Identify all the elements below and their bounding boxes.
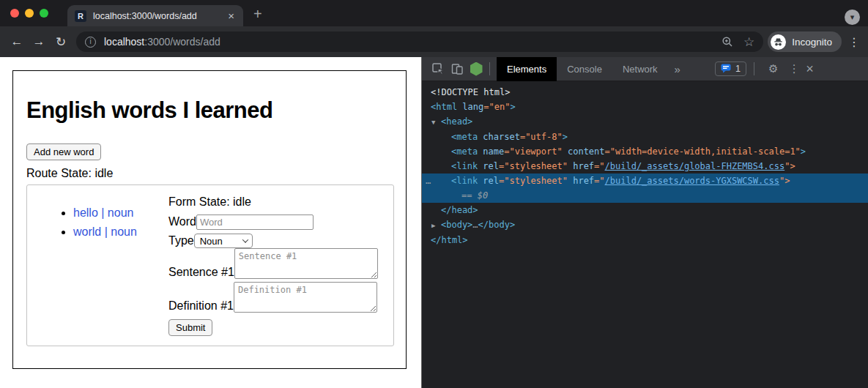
dom-tree-node[interactable]: </html> (422, 233, 868, 247)
window-minimize-button[interactable] (25, 9, 34, 18)
more-tabs-icon[interactable]: » (668, 57, 687, 81)
dom-tree-node[interactable]: <meta charset="utf-8"> (422, 130, 868, 144)
form-state-text: Form State: idle (168, 195, 385, 209)
devtools-close-icon[interactable]: × (806, 61, 814, 77)
words-panel: hello | nounworld | noun Form State: idl… (26, 184, 394, 346)
window-close-button[interactable] (10, 9, 19, 18)
app-container: English words I learned Add new word Rou… (12, 70, 407, 369)
window-controls (10, 9, 48, 18)
devtools-tab-network[interactable]: Network (612, 57, 668, 81)
dom-tree-node[interactable]: <html lang="en"> (422, 100, 868, 114)
extension-hexagon-icon[interactable] (467, 59, 486, 78)
new-tab-button[interactable]: + (253, 5, 262, 23)
dom-tree-node[interactable]: </head> (422, 203, 868, 217)
word-link[interactable]: hello | noun (73, 206, 133, 219)
tab-close-icon[interactable]: × (226, 10, 236, 21)
remix-favicon-icon: R (75, 10, 86, 22)
incognito-label: Incognito (792, 37, 832, 48)
word-list: hello | nounworld | noun (27, 204, 168, 242)
forward-button[interactable]: → (28, 34, 50, 49)
dom-tree-node[interactable]: ▶<body>…</body> (422, 217, 868, 233)
incognito-icon (771, 34, 786, 50)
expand-arrow-icon[interactable]: ▼ (431, 115, 441, 130)
dom-tree-node[interactable]: <!DOCTYPE html> (422, 85, 868, 100)
toolbar-divider (754, 62, 754, 75)
definition-label: Definition #1 (168, 299, 234, 313)
settings-gear-icon[interactable]: ⚙ (768, 62, 778, 75)
toolbar-divider (489, 62, 490, 75)
dom-tree-node[interactable]: <link rel="stylesheet" href="/build/_ass… (422, 159, 868, 174)
type-select-value: Noun (200, 236, 223, 247)
devtools-tabs: ElementsConsoleNetwork (497, 57, 668, 81)
url-text: localhost:3000/words/add (104, 36, 722, 48)
incognito-badge: Incognito (768, 31, 842, 52)
browser-toolbar: ← → ↻ i localhost:3000/words/add ☆ Incog… (0, 26, 868, 57)
stylesheet-link[interactable]: /build/_assets/words-YGXSWCSW.css (605, 176, 779, 186)
dom-tree-node[interactable]: …<link rel="stylesheet" href="/build/_as… (422, 174, 868, 188)
browser-window: R localhost:3000/words/add × + ▾ ← → ↻ i… (0, 0, 868, 388)
issues-counter[interactable]: 1 (715, 61, 746, 76)
submit-button[interactable]: Submit (168, 319, 212, 336)
browser-content: English words I learned Add new word Rou… (0, 57, 868, 388)
devtools-tab-console[interactable]: Console (557, 57, 612, 81)
back-button[interactable]: ← (6, 34, 28, 49)
site-info-icon[interactable]: i (85, 37, 96, 48)
select-chevron-icon (242, 236, 248, 242)
window-fullscreen-button[interactable] (40, 9, 48, 18)
word-label: Word (168, 215, 196, 228)
type-label: Type (168, 234, 194, 247)
dom-tree: <!DOCTYPE html><html lang="en">▼<head><m… (422, 81, 868, 247)
browser-tab[interactable]: R localhost:3000/words/add × (67, 5, 243, 26)
issues-bubble-icon (721, 64, 731, 74)
word-link[interactable]: world | noun (73, 225, 137, 238)
expand-arrow-icon[interactable]: ▶ (431, 218, 441, 233)
devtools-tab-elements[interactable]: Elements (497, 57, 557, 81)
word-list-item: hello | noun (73, 204, 168, 223)
inspect-element-icon[interactable] (429, 59, 448, 78)
stylesheet-link[interactable]: /build/_assets/global-FHZEMBS4.css (605, 161, 785, 171)
issues-count: 1 (735, 64, 741, 74)
add-new-word-button[interactable]: Add new word (26, 143, 101, 160)
web-page: English words I learned Add new word Rou… (0, 57, 421, 388)
dom-tree-node[interactable]: <meta name="viewport" content="width=dev… (422, 144, 868, 159)
bookmark-star-icon[interactable]: ☆ (743, 34, 754, 50)
dom-tree-node[interactable]: ▼<head> (422, 114, 868, 130)
zoom-icon[interactable] (722, 36, 733, 48)
titlebar: R localhost:3000/words/add × + ▾ (0, 0, 868, 26)
word-input[interactable] (196, 214, 314, 230)
word-list-column: hello | nounworld | noun (27, 185, 168, 346)
browser-menu-icon[interactable]: ⋮ (846, 35, 862, 49)
devtools-toolbar: ElementsConsoleNetwork » 1 ⚙ ⋮ × (422, 57, 868, 81)
devtools-menu-icon[interactable]: ⋮ (788, 62, 800, 75)
node-menu-ellipsis-icon[interactable]: … (426, 174, 431, 188)
dom-tree-node[interactable]: == $0 (422, 188, 868, 203)
tab-title: localhost:3000/words/add (93, 11, 226, 21)
devtools-panel: ElementsConsoleNetwork » 1 ⚙ ⋮ × <!DOCTY… (421, 57, 868, 388)
word-form: Form State: idle Word Type Noun (168, 185, 393, 346)
sentence-textarea[interactable] (234, 248, 378, 279)
page-title: English words I learned (26, 97, 406, 124)
word-list-item: world | noun (73, 223, 168, 242)
route-state-text: Route State: idle (26, 167, 406, 180)
type-select[interactable]: Noun (194, 234, 253, 248)
tab-search-button[interactable]: ▾ (845, 10, 860, 25)
sentence-label: Sentence #1 (168, 266, 234, 279)
address-bar[interactable]: i localhost:3000/words/add ☆ (76, 31, 763, 52)
reload-button[interactable]: ↻ (50, 34, 72, 50)
device-toolbar-icon[interactable] (448, 59, 467, 78)
definition-textarea[interactable] (234, 282, 377, 313)
